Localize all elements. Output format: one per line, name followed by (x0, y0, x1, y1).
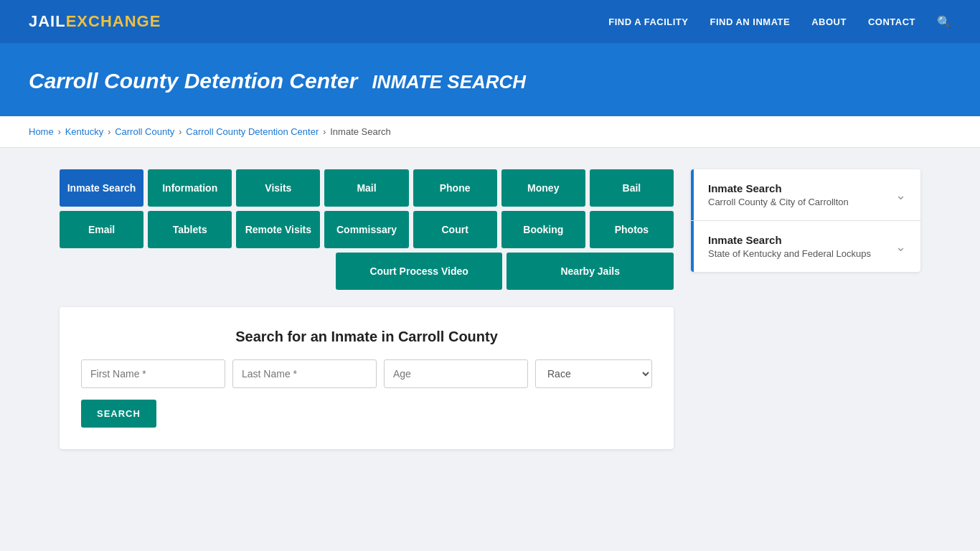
search-button[interactable]: SEARCH (81, 400, 156, 428)
race-select[interactable]: Race (535, 359, 652, 388)
btn-court-process-video[interactable]: Court Process Video (336, 253, 503, 290)
btn-bail[interactable]: Bail (590, 169, 674, 207)
first-name-input[interactable] (81, 359, 225, 388)
page-type: INMATE SEARCH (372, 71, 526, 93)
search-form-container: Search for an Inmate in Carroll County R… (60, 307, 674, 449)
sidebar-item-2-left: Inmate Search State of Kentucky and Fede… (708, 234, 871, 259)
sidebar-item-1-left: Inmate Search Carroll County & City of C… (708, 182, 849, 207)
nav-about[interactable]: ABOUT (811, 17, 847, 27)
btn-information[interactable]: Information (148, 169, 232, 207)
btn-mail[interactable]: Mail (324, 169, 408, 207)
breadcrumb-sep-2: › (108, 127, 110, 137)
btn-tablets[interactable]: Tablets (148, 211, 232, 248)
btn-photos[interactable]: Photos (590, 211, 674, 248)
sidebar-item-2-subtitle: State of Kentucky and Federal Lockups (708, 248, 871, 259)
breadcrumb-kentucky[interactable]: Kentucky (65, 126, 103, 137)
nav-find-inmate[interactable]: FIND AN INMATE (710, 17, 790, 27)
sidebar-card: Inmate Search Carroll County & City of C… (691, 169, 920, 272)
btn-remote-visits[interactable]: Remote Visits (236, 211, 320, 248)
breadcrumb-detention-center[interactable]: Carroll County Detention Center (186, 126, 319, 137)
btn-court[interactable]: Court (413, 211, 497, 248)
sidebar-item-1-title: Inmate Search (708, 182, 849, 194)
breadcrumb-home[interactable]: Home (29, 126, 54, 137)
hero-title: Carroll County Detention Center INMATE S… (29, 65, 951, 95)
breadcrumb-sep-4: › (323, 127, 326, 137)
chevron-down-icon-1: ⌄ (895, 187, 906, 203)
sidebar-item-2-title: Inmate Search (708, 234, 871, 246)
search-icon[interactable]: 🔍 (937, 15, 951, 29)
breadcrumb: Home › Kentucky › Carroll County › Carro… (0, 116, 980, 148)
facility-name: Carroll County Detention Center (29, 69, 357, 93)
right-column: Inmate Search Carroll County & City of C… (691, 169, 920, 449)
nav-row-3: Court Process Video Nearby Jails (60, 253, 674, 290)
breadcrumb-sep-1: › (58, 127, 61, 137)
btn-inmate-search[interactable]: Inmate Search (60, 169, 143, 207)
logo-jail: JAIL (29, 12, 66, 30)
nav-row-1: Inmate Search Information Visits Mail Ph… (60, 169, 674, 207)
search-form-title: Search for an Inmate in Carroll County (81, 329, 652, 345)
nav-contact[interactable]: CONTACT (868, 17, 915, 27)
btn-nearby-jails[interactable]: Nearby Jails (507, 253, 674, 290)
btn-money[interactable]: Money (501, 169, 585, 207)
breadcrumb-current: Inmate Search (330, 126, 391, 137)
btn-visits[interactable]: Visits (236, 169, 320, 207)
btn-phone[interactable]: Phone (413, 169, 497, 207)
hero-banner: Carroll County Detention Center INMATE S… (0, 43, 980, 116)
sidebar-item-1-subtitle: Carroll County & City of Carrollton (708, 197, 849, 207)
last-name-input[interactable] (232, 359, 377, 388)
sidebar-item-2[interactable]: Inmate Search State of Kentucky and Fede… (691, 221, 920, 272)
breadcrumb-carroll-county[interactable]: Carroll County (115, 126, 174, 137)
breadcrumb-sep-3: › (179, 127, 182, 137)
btn-booking[interactable]: Booking (501, 211, 585, 248)
age-input[interactable] (384, 359, 528, 388)
main-nav: FIND A FACILITY FIND AN INMATE ABOUT CON… (608, 15, 951, 29)
chevron-down-icon-2: ⌄ (895, 239, 906, 255)
nav-find-facility[interactable]: FIND A FACILITY (608, 17, 688, 27)
sidebar-item-1[interactable]: Inmate Search Carroll County & City of C… (691, 169, 920, 221)
btn-email[interactable]: Email (60, 211, 143, 248)
header: JAILEXCHANGE FIND A FACILITY FIND AN INM… (0, 0, 980, 43)
logo-exchange: EXCHANGE (66, 12, 161, 30)
btn-commissary[interactable]: Commissary (324, 211, 408, 248)
search-form-fields: Race (81, 359, 652, 388)
logo: JAILEXCHANGE (29, 12, 161, 31)
nav-row-2: Email Tablets Remote Visits Commissary C… (60, 211, 674, 248)
main-container: Inmate Search Information Visits Mail Ph… (31, 148, 949, 471)
left-column: Inmate Search Information Visits Mail Ph… (60, 169, 674, 449)
